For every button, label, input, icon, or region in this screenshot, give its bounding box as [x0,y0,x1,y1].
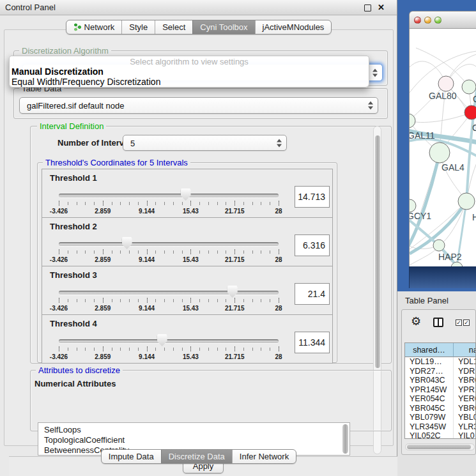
table-data-combobox[interactable]: galFiltered.sif default node [19,97,378,114]
tab-jactivemnodules[interactable]: jActiveMNodules [255,20,332,34]
tab-impute-data[interactable]: Impute Data [102,450,161,463]
slider-thumb[interactable] [122,237,132,249]
table-row[interactable]: YLR345WYLR3 [405,422,475,432]
node-label-gal80: GAL80 [429,91,457,101]
table-panel-title: Table Panel [405,296,449,305]
table-cell: YBR043C [405,376,454,385]
table-row[interactable]: YBR045CYBR0 [405,404,475,413]
gear-icon[interactable]: ⚙ [411,316,421,327]
slider-ticks-minor [59,250,279,254]
control-panel-titlebar: Control Panel ✕ [0,0,397,15]
tab-label: Network [84,20,115,34]
slider-track[interactable] [59,194,279,197]
table-cell: YPR1 [454,385,476,395]
network-node[interactable] [433,240,445,251]
network-node[interactable] [464,105,476,119]
table-cell: YBL0 [454,413,476,422]
threshold-value-field[interactable]: 6.316 [295,234,330,256]
column-header-name[interactable]: name [454,343,476,357]
network-node[interactable] [410,199,416,212]
table-data-value: galFiltered.sif default node [27,101,124,111]
slider-thumb[interactable] [227,286,238,298]
network-desktop: GAL80GACGAL11GAL4GCY1HHAP2 [397,0,476,291]
threshold-slider[interactable]: -3.4262.8599.14415.4321.71528 [59,333,279,362]
attribute-item-selfloops[interactable]: SelfLoops [38,425,349,435]
table-cell: YDR27… [405,367,454,376]
column-layout-icon[interactable] [433,318,443,327]
zoom-light-icon[interactable] [434,17,441,24]
threshold-slider[interactable]: -3.4262.8599.14415.4321.71528 [59,187,279,217]
threshold-value-field[interactable]: 21.4 [295,283,330,305]
thresholds-group-title: Threshold's Coordinates for 5 Intervals [43,158,190,167]
threshold-value-field[interactable]: 14.713 [295,186,330,208]
checkbox-icon[interactable]: ✓ [463,319,470,326]
table-header-row: shared…name [405,343,475,357]
table-row[interactable]: YBL079WYBL0 [405,413,475,422]
table-row[interactable]: YER054CYER0 [405,394,475,404]
table-panel: Table Panel ⚙ ✓ ✓ shared…name YDL19…YDL1… [397,291,476,476]
algorithm-dropdown-popup: Select algorithm to view settings Manual… [9,56,369,88]
table-row[interactable]: YIL052CYIL0 [405,431,475,439]
threshold-label: Threshold 4 [50,319,97,328]
checkbox-icon[interactable]: ✓ [456,319,462,326]
tick-label: 15.43 [183,353,199,360]
table-cell: YBR0 [454,376,476,385]
dropdown-item-manual-discretization[interactable]: Manual Discretization [10,66,369,77]
network-canvas[interactable]: GAL80GACGAL11GAL4GCY1HHAP2 [409,29,476,266]
table-data-group: Table Data galFiltered.sif default node [13,88,388,119]
attribute-item-topologicalcoefficient[interactable]: TopologicalCoefficient [38,435,349,445]
slider-track[interactable] [59,242,279,246]
tick-label: 15.43 [183,208,199,215]
slider-thumb[interactable] [181,188,191,201]
tab-label: Impute Data [109,450,154,463]
num-intervals-value: 5 [130,138,135,148]
threshold-slider[interactable]: -3.4262.8599.14415.4321.71528 [59,236,279,265]
minimize-light-icon[interactable] [424,17,431,24]
table-cell: YIL052C [405,431,454,439]
tick-label: 15.43 [183,305,199,312]
tab-label: Select [162,20,185,34]
slider-track[interactable] [59,339,279,343]
column-header-shared-[interactable]: shared… [405,343,454,357]
tick-label: 28 [275,305,282,312]
tab-network[interactable]: Network [66,20,122,34]
table-row[interactable]: YBR043CYBR0 [405,376,475,385]
threshold-value-field[interactable]: 11.344 [295,332,330,353]
table-row[interactable]: YDR27…YDR2 [405,367,475,376]
network-node[interactable] [458,193,475,210]
network-window-titlebar[interactable] [409,11,476,29]
table-row[interactable]: YPR145WYPR1 [405,385,475,395]
num-intervals-combobox[interactable]: 5 [123,135,287,151]
float-window-icon[interactable] [364,4,371,12]
node-table[interactable]: shared…name YDL19…YDL1YDR27…YDR2YBR043CY… [404,342,476,439]
node-label-h: H [472,212,476,222]
scrollbar-thumb[interactable] [375,135,380,368]
network-node[interactable] [438,76,454,91]
tab-style[interactable]: Style [121,20,155,34]
network-edge[interactable] [410,112,472,122]
thresholds-container: Threshold 1 -3.4262.8599.14415.4321.7152… [42,169,333,364]
dropdown-hint: Select algorithm to view settings [10,57,369,66]
network-node[interactable] [429,142,450,163]
tick-label: 21.715 [225,305,245,312]
table-row[interactable]: YDL19…YDL1 [405,357,475,367]
hscrollbar-thumb[interactable] [407,445,471,449]
dropdown-item-equal-width-frequency-discretization[interactable]: Equal Width/Frequency Discretization [10,77,369,87]
tab-cyni-toolbox[interactable]: Cyni Toolbox [192,20,254,34]
threshold-panel-threshold-1: Threshold 1 -3.4262.8599.14415.4321.7152… [42,169,333,218]
tab-label: jActiveMNodules [263,20,325,34]
table-cell: YIL0 [454,431,476,439]
tick-label: 9.144 [139,353,155,360]
close-light-icon[interactable] [414,17,421,24]
network-node[interactable] [462,80,476,94]
slider-track[interactable] [59,291,279,295]
table-hscrollbar[interactable] [405,443,475,450]
network-view-window[interactable]: GAL80GACGAL11GAL4GCY1HHAP2 [409,11,476,288]
tab-select[interactable]: Select [155,20,192,34]
slider-thumb[interactable] [157,334,167,346]
tab-infer-network[interactable]: Infer Network [232,450,296,463]
threshold-slider[interactable]: -3.4262.8599.14415.4321.71528 [59,284,279,314]
close-icon[interactable]: ✕ [378,2,385,13]
tab-discretize-data[interactable]: Discretize Data [161,450,232,463]
combo-stepper-icon [372,68,378,77]
